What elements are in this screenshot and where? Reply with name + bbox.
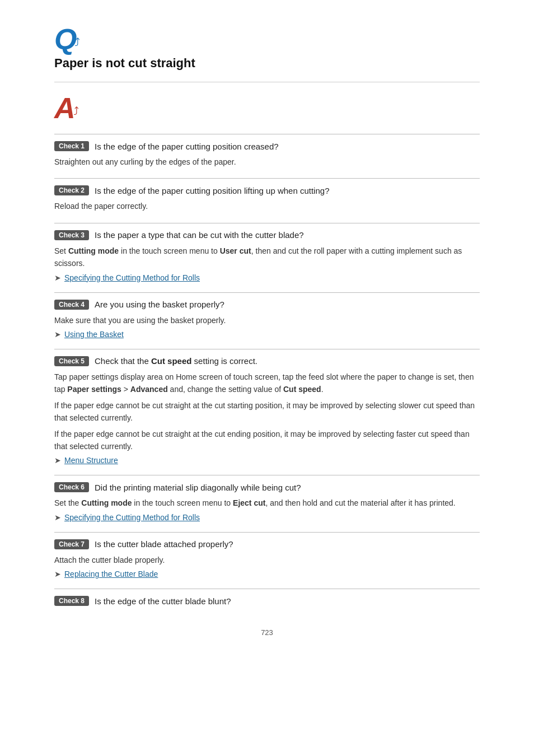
check-body-7: Attach the cutter blade properly. (54, 554, 480, 566)
link-item-7-0: ➤ Replacing the Cutter Blade (54, 570, 480, 578)
check-header-7: Check 7 Is the cutter blade attached pro… (54, 539, 480, 549)
check-badge-6: Check 6 (54, 482, 89, 492)
link-menu-structure[interactable]: Menu Structure (64, 456, 118, 465)
check-question-6: Did the printing material slip diagonall… (95, 483, 301, 492)
page-title: Paper is not cut straight (54, 56, 480, 71)
q-letter: Q (54, 22, 77, 56)
check-header-2: Check 2 Is the edge of the paper cutting… (54, 185, 480, 195)
check-question-3: Is the paper a type that can be cut with… (95, 230, 304, 240)
link-arrow-icon-3-0: ➤ (54, 273, 61, 282)
link-item-3-0: ➤ Specifying the Cutting Method for Roll… (54, 273, 480, 282)
check-question-2: Is the edge of the paper cutting positio… (95, 186, 329, 195)
a-arrow: ⤴ (73, 105, 79, 117)
check-body-5b: If the paper edge cannot be cut straight… (54, 399, 480, 424)
link-arrow-icon-6-0: ➤ (54, 513, 61, 522)
answer-section: A⤴ (54, 94, 480, 123)
q-icon: Q⤴ (54, 22, 480, 56)
check-header-4: Check 4 Are you using the basket properl… (54, 300, 480, 310)
check-question-4: Are you using the basket properly? (95, 300, 224, 309)
check-divider-1 (54, 134, 480, 134)
check-block-8: Check 8 Is the edge of the cutter blade … (54, 589, 480, 606)
check-header-3: Check 3 Is the paper a type that can be … (54, 230, 480, 240)
check-body-6: Set the Cutting mode in the touch screen… (54, 497, 480, 509)
check-divider-5 (54, 349, 480, 349)
check-body-4: Make sure that you are using the basket … (54, 314, 480, 326)
link-replacing-cutter-blade[interactable]: Replacing the Cutter Blade (64, 570, 158, 578)
page-number: 723 (54, 628, 480, 637)
check-badge-2: Check 2 (54, 185, 89, 195)
check-block-3: Check 3 Is the paper a type that can be … (54, 223, 480, 282)
check-header-1: Check 1 Is the edge of the paper cutting… (54, 141, 480, 151)
check-divider-8 (54, 589, 480, 589)
check-divider-7 (54, 532, 480, 533)
check-badge-5: Check 5 (54, 356, 89, 366)
check-block-2: Check 2 Is the edge of the paper cutting… (54, 178, 480, 212)
check-question-8: Is the edge of the cutter blade blunt? (95, 596, 231, 606)
section-divider (54, 82, 480, 82)
check-block-4: Check 4 Are you using the basket properl… (54, 292, 480, 339)
page-container: Q⤴ Paper is not cut straight A⤴ Check 1 … (26, 0, 508, 659)
link-item-6-0: ➤ Specifying the Cutting Method for Roll… (54, 513, 480, 522)
check-badge-7: Check 7 (54, 539, 89, 549)
check-badge-8: Check 8 (54, 596, 89, 606)
link-item-4-0: ➤ Using the Basket (54, 330, 480, 339)
check-divider-6 (54, 475, 480, 475)
link-arrow-icon-7-0: ➤ (54, 570, 61, 578)
check-badge-3: Check 3 (54, 230, 89, 240)
check-header-5: Check 5 Check that the Cut speed setting… (54, 356, 480, 366)
link-item-5-0: ➤ Menu Structure (54, 456, 480, 465)
link-arrow-icon-4-0: ➤ (54, 330, 61, 339)
check-divider-2 (54, 178, 480, 179)
check-question-1: Is the edge of the paper cutting positio… (95, 142, 279, 151)
check-header-8: Check 8 Is the edge of the cutter blade … (54, 596, 480, 606)
check-question-7: Is the cutter blade attached properly? (95, 539, 233, 549)
link-specifying-cutting-rolls-1[interactable]: Specifying the Cutting Method for Rolls (64, 273, 200, 282)
check-question-5: Check that the Cut speed setting is corr… (95, 356, 257, 366)
check-badge-1: Check 1 (54, 141, 89, 151)
link-specifying-cutting-rolls-2[interactable]: Specifying the Cutting Method for Rolls (64, 513, 200, 522)
check-body-5c: If the paper edge cannot be cut straight… (54, 428, 480, 453)
check-divider-4 (54, 292, 480, 293)
check-body-3: Set Cutting mode in the touch screen men… (54, 245, 480, 270)
check-body-1: Straighten out any curling by the edges … (54, 156, 480, 168)
check-header-6: Check 6 Did the printing material slip d… (54, 482, 480, 492)
a-letter: A (54, 94, 76, 123)
check-body-2: Reload the paper correctly. (54, 200, 480, 212)
check-block-6: Check 6 Did the printing material slip d… (54, 475, 480, 521)
check-body-5a: Tap paper settings display area on Home … (54, 371, 480, 396)
link-using-basket[interactable]: Using the Basket (64, 330, 124, 339)
check-badge-4: Check 4 (54, 300, 89, 310)
check-block-7: Check 7 Is the cutter blade attached pro… (54, 532, 480, 578)
check-block-1: Check 1 Is the edge of the paper cutting… (54, 134, 480, 168)
link-arrow-icon-5-0: ➤ (54, 456, 61, 465)
check-block-5: Check 5 Check that the Cut speed setting… (54, 349, 480, 465)
check-divider-3 (54, 223, 480, 223)
question-section: Q⤴ Paper is not cut straight (54, 22, 480, 71)
